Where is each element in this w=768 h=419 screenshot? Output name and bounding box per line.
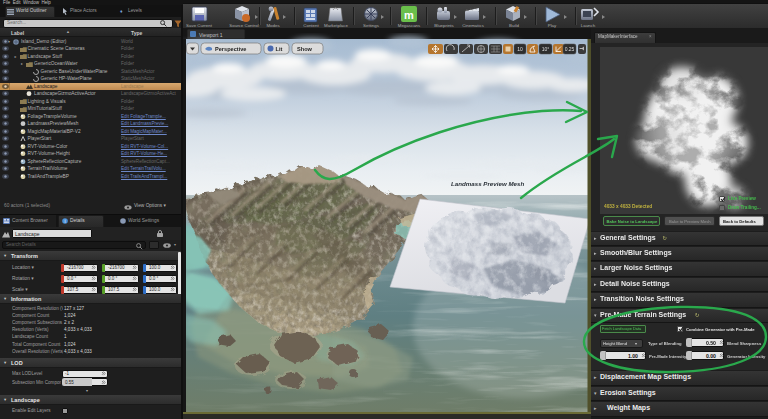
svg-text:10°: 10° xyxy=(542,46,550,52)
svg-text:Landmass Preview Mesh: Landmass Preview Mesh xyxy=(451,180,524,187)
svg-text:Viewport 1: Viewport 1 xyxy=(199,32,223,38)
svg-text:10: 10 xyxy=(517,46,523,52)
svg-text:Perspective: Perspective xyxy=(215,46,246,52)
svg-text:i: i xyxy=(65,219,66,224)
svg-text:Lit: Lit xyxy=(276,46,283,52)
svg-text:m: m xyxy=(404,9,414,21)
svg-text:0.25: 0.25 xyxy=(565,46,575,52)
svg-text:Show: Show xyxy=(297,46,313,52)
